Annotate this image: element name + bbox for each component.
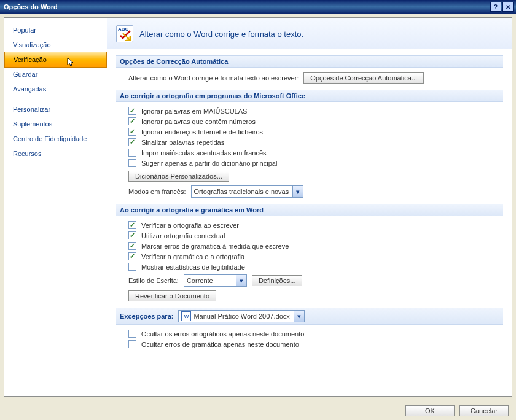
sidebar-item-verificacao[interactable]: Verificação [4, 52, 107, 68]
exceptions-label: Excepções para: [120, 313, 173, 320]
section-office-spelling-title: Ao corrigir a ortografia em programas do… [116, 90, 503, 102]
sidebar: Popular Visualização Verificação Guardar… [4, 18, 108, 396]
checkbox-main-dictionary-only[interactable]: Sugerir apenas a partir do dicionário pr… [128, 159, 503, 167]
checkbox-ignore-numbers[interactable]: Ignorar palavras que contêm números [128, 117, 503, 125]
chevron-down-icon: ▾ [292, 186, 303, 197]
french-modes-dropdown[interactable]: Ortografias tradicionais e novas ▾ [191, 185, 304, 198]
sidebar-item-label: Verificação [14, 56, 47, 63]
sidebar-item-avancadas[interactable]: Avançadas [4, 82, 107, 96]
writing-style-dropdown[interactable]: Corrente ▾ [184, 274, 247, 287]
ok-button[interactable]: OK [405, 405, 455, 416]
section-autocorrect-title: Opções de Correcção Automática [116, 55, 503, 68]
settings-definitions-button[interactable]: Definições... [252, 275, 303, 286]
sidebar-item-recursos[interactable]: Recursos [4, 146, 107, 161]
section-word-spelling-title: Ao corrigir a ortografia e gramática em … [116, 204, 503, 216]
checkbox-hide-grammar-errors[interactable]: Ocultar erros de gramática apenas neste … [128, 340, 503, 348]
french-modes-label: Modos em francês: [128, 188, 186, 195]
autocorrect-options-button[interactable]: Opções de Correcção Automática... [303, 72, 424, 84]
writing-style-label: Estilo de Escrita: [128, 277, 179, 284]
sidebar-item-popular[interactable]: Popular [4, 23, 107, 37]
checkbox-hide-spelling-errors[interactable]: Ocultar os erros ortográficos apenas nes… [128, 330, 503, 338]
sidebar-item-guardar[interactable]: Guardar [4, 67, 107, 82]
word-doc-icon: W [181, 311, 191, 321]
custom-dictionaries-button[interactable]: Dicionários Personalizados... [128, 171, 229, 182]
recheck-document-button[interactable]: Reverificar o Documento [128, 290, 216, 301]
autocorrect-desc: Alterar como o Word corrige e formata te… [128, 74, 299, 82]
checkbox-ignore-uppercase[interactable]: Ignorar palavras em MAIÚSCULAS [128, 107, 503, 115]
sidebar-item-suplementos[interactable]: Suplementos [4, 117, 107, 131]
section-exceptions-title: Excepções para: W Manual Prático Word 20… [116, 308, 503, 325]
chevron-down-icon: ▾ [236, 275, 246, 286]
sidebar-item-personalizar[interactable]: Personalizar [4, 102, 107, 117]
cursor-icon [67, 57, 76, 68]
title-bar: Opções do Word ? ✕ [0, 0, 516, 14]
sidebar-item-fidedignidade[interactable]: Centro de Fidedignidade [4, 131, 107, 146]
page-header: ABC Alterar como o Word corrige e format… [108, 18, 512, 49]
close-button[interactable]: ✕ [502, 2, 514, 12]
checkbox-check-spelling[interactable]: Verificar a ortografia ao escrever [128, 221, 503, 229]
exceptions-document-dropdown[interactable]: W Manual Prático Word 2007.docx ▾ [178, 310, 304, 322]
checkbox-french-uppercase[interactable]: Impor maiúsculas acentuadas em francês [128, 149, 503, 157]
checkbox-contextual-spelling[interactable]: Utilizar ortografia contextual [128, 231, 503, 239]
checkbox-ignore-internet[interactable]: Ignorar endereços Internet e de ficheiro… [128, 128, 503, 136]
page-title: Alterar como o Word corrige e formata o … [139, 29, 303, 39]
checkbox-flag-repeated[interactable]: Sinalizar palavras repetidas [128, 138, 503, 146]
dialog-footer: OK Cancelar [0, 400, 516, 420]
window-title: Opções do Word [4, 3, 490, 10]
chevron-down-icon: ▾ [294, 311, 304, 322]
sidebar-item-visualizacao[interactable]: Visualização [4, 37, 107, 52]
proofing-icon: ABC [116, 25, 133, 42]
checkbox-readability-stats[interactable]: Mostrar estatísticas de legibilidade [128, 263, 503, 271]
checkbox-mark-grammar[interactable]: Marcar erros de gramática à medida que e… [128, 242, 503, 250]
help-button[interactable]: ? [490, 2, 501, 12]
checkbox-check-grammar-spelling[interactable]: Verificar a gramática e a ortografia [128, 252, 503, 260]
cancel-button[interactable]: Cancelar [459, 405, 509, 416]
